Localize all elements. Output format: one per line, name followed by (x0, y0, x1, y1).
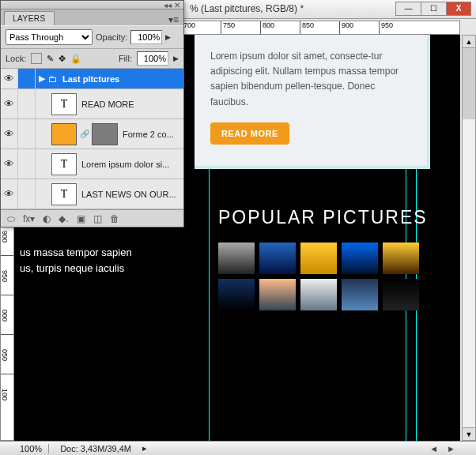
link-icon: 🔗 (80, 130, 89, 138)
close-button[interactable]: X (446, 2, 471, 16)
zoom-level[interactable]: 100% (20, 444, 49, 453)
ruler-tick: 950 (379, 21, 418, 34)
opacity-input[interactable] (130, 30, 162, 44)
vertical-ruler[interactable]: 900 950 000 050 100 (0, 215, 14, 441)
minimize-button[interactable]: — (395, 2, 421, 16)
folder-expand-icon[interactable]: ▶ (39, 73, 45, 84)
blend-mode-select[interactable]: Pass Through (6, 29, 93, 45)
status-navigate[interactable]: ◄ ► (429, 444, 459, 453)
visibility-eye-icon[interactable]: 👁 (1, 149, 18, 179)
doc-info-arrow-icon[interactable]: ▸ (142, 443, 147, 453)
lock-row: Lock: ✎ ✥ 🔒 Fill: ▶ (1, 48, 183, 69)
text-line: us, turpis neque iaculis (20, 261, 132, 276)
thumbnail (218, 279, 255, 310)
layer-name[interactable]: Last pitctures (62, 74, 183, 84)
read-more-button: READ MORE (210, 122, 289, 145)
layer-row[interactable]: 👁 T LAST NEWS ON OUR... (1, 179, 183, 209)
text-line: us massa tempor sapien (20, 245, 132, 261)
layer-name[interactable]: LAST NEWS ON OUR... (81, 190, 183, 199)
ruler-tick: 750 (221, 21, 260, 34)
visibility-eye-icon[interactable]: 👁 (1, 89, 18, 118)
panel-tab-row: LAYERS ▾≡ (1, 9, 183, 25)
text-layer-thumb-icon: T (51, 183, 77, 205)
scroll-thumb[interactable] (463, 48, 475, 119)
ruler-tick: 950 (1, 255, 13, 295)
panel-menu-icon[interactable]: ▾≡ (164, 14, 183, 25)
lock-brush-icon[interactable]: ✎ (47, 54, 54, 64)
vector-mask-thumb-icon (93, 123, 118, 145)
panel-grip[interactable]: ◂◂ ✕ (1, 1, 183, 9)
thumbnail (300, 243, 337, 274)
adjustment-layer-icon[interactable]: ◆. (59, 213, 68, 224)
layer-list: 👁 ▶ 🗀 Last pitctures 👁 T READ MORE 👁 🔗 F… (1, 69, 183, 209)
layer-row-group[interactable]: 👁 ▶ 🗀 Last pitctures (1, 69, 183, 89)
card-text: Lorem ipsum dolor sit amet, consecte-tur… (210, 49, 411, 110)
visibility-eye-icon[interactable]: 👁 (1, 179, 18, 209)
lock-move-icon[interactable]: ✥ (59, 54, 66, 64)
thumbnail-grid (218, 243, 424, 310)
thumbnail (342, 243, 378, 274)
ruler-tick: 000 (1, 295, 13, 334)
layer-row[interactable]: 👁 T READ MORE (1, 89, 183, 119)
blend-row: Pass Through Opacity: ▶ (1, 25, 183, 48)
ruler-tick: 850 (300, 21, 339, 34)
new-layer-icon[interactable]: ◫ (93, 213, 102, 224)
scroll-up-arrow-icon[interactable]: ▲ (463, 36, 475, 48)
folder-icon: 🗀 (48, 73, 58, 85)
thumbnail (218, 243, 255, 274)
ruler-tick: 900 (339, 21, 379, 34)
text-layer-thumb-icon: T (51, 153, 77, 175)
layer-mask-icon[interactable]: ◐ (43, 213, 51, 224)
ruler-tick: 100 (1, 374, 13, 413)
layer-name[interactable]: Lorem ipsum dolor si... (81, 160, 183, 169)
visibility-eye-icon[interactable]: 👁 (1, 69, 18, 88)
maximize-button[interactable]: ☐ (421, 2, 446, 16)
thumbnail (300, 279, 337, 310)
visibility-eye-icon[interactable]: 👁 (1, 119, 18, 149)
thumbnail (383, 243, 419, 274)
layers-tab[interactable]: LAYERS (4, 11, 55, 25)
opacity-label: Opacity: (96, 32, 127, 42)
ruler-tick: 050 (1, 334, 13, 374)
thumbnail (259, 243, 296, 274)
thumbnail (383, 279, 419, 310)
shape-layer-thumb-icon (51, 123, 77, 145)
layer-name[interactable]: READ MORE (81, 100, 183, 109)
lock-label: Lock: (6, 54, 26, 63)
fill-label: Fill: (119, 54, 132, 63)
popular-section: POPULAR PICTURES (218, 207, 428, 310)
canvas-overflow-text: us massa tempor sapien us, turpis neque … (20, 245, 132, 276)
text-layer-thumb-icon: T (51, 93, 77, 115)
link-layers-icon[interactable]: ⬭ (7, 213, 15, 224)
lock-transparency-icon[interactable] (31, 53, 42, 64)
thumbnail (259, 279, 296, 310)
ruler-tick: 700 (181, 21, 221, 34)
layer-row[interactable]: 👁 T Lorem ipsum dolor si... (1, 149, 183, 179)
layer-style-icon[interactable]: fx▾ (23, 213, 35, 224)
layer-row[interactable]: 👁 🔗 Forme 2 co... (1, 119, 183, 149)
popular-heading: POPULAR PICTURES (218, 207, 428, 228)
thumbnail (342, 279, 378, 310)
vertical-scrollbar[interactable]: ▲ ▼ (462, 35, 476, 441)
window-buttons: — ☐ X (395, 2, 471, 16)
scroll-down-arrow-icon[interactable]: ▼ (463, 427, 475, 440)
fill-slider-icon[interactable]: ▶ (173, 55, 179, 62)
status-bar: 100% Doc: 3,43M/39,4M ▸ ◄ ► (0, 441, 476, 455)
layer-name[interactable]: Forme 2 co... (123, 130, 183, 139)
document-size: Doc: 3,43M/39,4M (60, 444, 131, 453)
panel-footer: ⬭ fx▾ ◐ ◆. ▣ ◫ 🗑 (1, 209, 183, 227)
opacity-slider-icon[interactable]: ▶ (165, 33, 171, 41)
ruler-tick: 800 (260, 21, 300, 34)
lock-all-icon[interactable]: 🔒 (70, 54, 81, 64)
new-group-icon[interactable]: ▣ (77, 213, 85, 224)
delete-layer-icon[interactable]: 🗑 (110, 213, 119, 224)
document-title: % (Last pitctures, RGB/8) * (190, 3, 304, 14)
layers-panel[interactable]: ◂◂ ✕ LAYERS ▾≡ Pass Through Opacity: ▶ L… (0, 0, 184, 228)
fill-input[interactable] (137, 51, 168, 66)
content-card: Lorem ipsum dolor sit amet, consecte-tur… (195, 35, 430, 169)
